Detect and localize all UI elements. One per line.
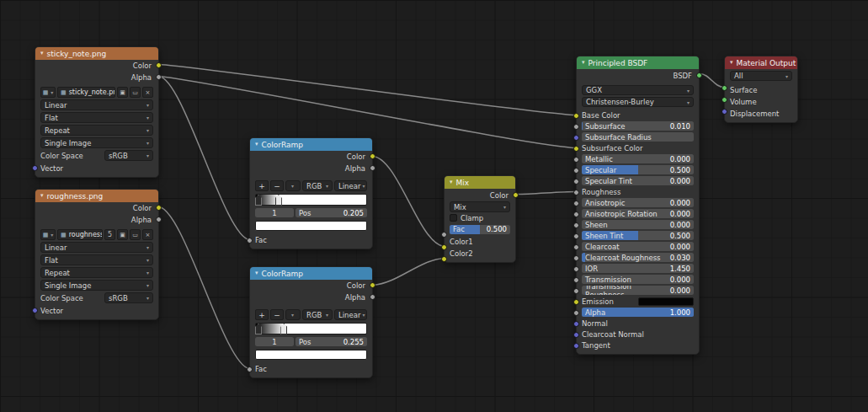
socket-metallic-input[interactable]: [573, 157, 579, 163]
clamp-checkbox[interactable]: [450, 214, 457, 222]
socket-transmission-roughness-input[interactable]: [573, 288, 579, 294]
node-header[interactable]: ▾ ColorRamp: [250, 138, 372, 151]
transmission-slider[interactable]: Transmission0.000: [582, 275, 694, 284]
specular-slider[interactable]: Specular0.500: [582, 165, 694, 174]
socket-alpha-input[interactable]: [573, 310, 579, 316]
socket-color-output[interactable]: [156, 205, 162, 211]
socket-subsurface-radius-input[interactable]: [573, 135, 579, 141]
socket-alpha-output[interactable]: [370, 294, 375, 300]
interpolation-dropdown[interactable]: Linear▾: [40, 242, 153, 253]
extension-dropdown[interactable]: Repeat▾: [40, 125, 153, 136]
material-output-node[interactable]: ▾ Material Output All▾ Surface Volume Di…: [724, 56, 798, 123]
socket-surface-input[interactable]: [722, 85, 727, 91]
socket-fac-input[interactable]: [247, 238, 253, 243]
alpha-slider[interactable]: Alpha1.000: [582, 308, 694, 317]
sheen-slider[interactable]: Sheen0.000: [582, 220, 694, 229]
image-browse-button[interactable]: ▦▾: [40, 229, 56, 240]
projection-dropdown[interactable]: Flat▾: [40, 112, 153, 123]
stop-position-field[interactable]: Pos0.205: [296, 208, 367, 217]
socket-sheen-tint-input[interactable]: [573, 233, 579, 239]
specular-tint-slider[interactable]: Specular Tint0.000: [582, 176, 694, 185]
color-space-dropdown[interactable]: sRGB▾: [104, 150, 153, 161]
ramp-stop-marker-0[interactable]: [255, 195, 262, 206]
color-mode-dropdown[interactable]: RGB▾: [302, 309, 333, 320]
socket-clearcoat-normal-input[interactable]: [573, 332, 579, 338]
socket-color-output[interactable]: [370, 282, 375, 288]
socket-fac-input[interactable]: [441, 232, 447, 238]
collapse-icon[interactable]: ▾: [450, 179, 453, 185]
image-users-count-button[interactable]: 5: [104, 229, 115, 240]
ramp-stop-marker-1[interactable]: [275, 195, 282, 206]
anisotropic-slider[interactable]: Anisotropic0.000: [582, 198, 694, 207]
fac-slider[interactable]: Fac0.500: [450, 225, 510, 234]
socket-sheen-input[interactable]: [573, 222, 579, 228]
socket-alpha-output[interactable]: [370, 165, 375, 171]
projection-dropdown[interactable]: Flat▾: [40, 254, 153, 265]
collapse-icon[interactable]: ▾: [582, 60, 585, 66]
color-space-dropdown[interactable]: sRGB▾: [104, 292, 153, 303]
anisotropic-rotation-slider[interactable]: Anisotropic Rotation0.000: [582, 209, 694, 218]
add-stop-button[interactable]: +: [255, 309, 269, 320]
socket-vector-input[interactable]: [32, 165, 38, 171]
collapse-icon[interactable]: ▾: [40, 51, 44, 56]
node-header[interactable]: ▾ ColorRamp: [250, 267, 372, 280]
colorramp-gradient[interactable]: [255, 323, 367, 334]
ramp-options-dropdown[interactable]: ▾: [285, 180, 301, 191]
unlink-image-button[interactable]: ×: [142, 87, 153, 98]
clearcoat-slider[interactable]: Clearcoat0.000: [582, 242, 694, 251]
socket-alpha-output[interactable]: [156, 217, 162, 222]
transmission-roughness-slider[interactable]: Transmission Roughness0.000: [582, 286, 694, 295]
subsurface-radius-button[interactable]: Subsurface Radius: [582, 132, 694, 142]
socket-bsdf-output[interactable]: [696, 72, 702, 78]
remove-stop-button[interactable]: −: [270, 309, 284, 320]
socket-roughness-input[interactable]: [573, 190, 579, 195]
colorramp-node-1[interactable]: ▾ ColorRamp Color Alpha + − ▾ RGB▾ Linea…: [249, 137, 373, 249]
source-dropdown[interactable]: Single Image▾: [40, 280, 153, 291]
subsurface-slider[interactable]: Subsurface0.010: [582, 121, 694, 131]
collapse-icon[interactable]: ▾: [255, 270, 258, 276]
socket-anisotropic-rotation-input[interactable]: [573, 211, 579, 217]
stop-color-swatch[interactable]: [255, 221, 367, 231]
mix-rgb-node[interactable]: ▾ Mix Color Mix▾ Clamp Fac0.500 Color1 C…: [444, 175, 516, 263]
subsurface-method-dropdown[interactable]: Christensen-Burley▾: [582, 97, 694, 107]
socket-base-color-input[interactable]: [573, 113, 579, 119]
socket-transmission-input[interactable]: [573, 277, 579, 283]
principled-bsdf-node[interactable]: ▾ Principled BSDF BSDF GGX▾ Christensen-…: [576, 56, 700, 355]
clearcoat-roughness-slider[interactable]: Clearcoat Roughness0.030: [582, 253, 694, 262]
stop-index-field[interactable]: 1: [255, 208, 294, 217]
interpolation-dropdown[interactable]: Linear▾: [334, 180, 367, 191]
metallic-slider[interactable]: Metallic0.000: [582, 154, 694, 163]
copy-image-button[interactable]: ▣: [117, 229, 128, 240]
socket-subsurface-color-input[interactable]: [573, 146, 579, 152]
emission-color-swatch[interactable]: [638, 297, 695, 306]
image-name-field[interactable]: ▦roughness.png: [57, 229, 103, 240]
collapse-icon[interactable]: ▾: [40, 193, 44, 199]
sheen-tint-slider[interactable]: Sheen Tint0.500: [582, 231, 694, 240]
socket-ior-input[interactable]: [573, 266, 579, 272]
blend-mode-dropdown[interactable]: Mix▾: [450, 201, 510, 212]
remove-stop-button[interactable]: −: [270, 180, 284, 191]
open-image-button[interactable]: ▭: [130, 229, 141, 240]
socket-anisotropic-input[interactable]: [573, 201, 579, 206]
socket-color-output[interactable]: [370, 153, 375, 159]
colorramp-gradient[interactable]: [255, 194, 367, 206]
interpolation-dropdown[interactable]: Linear▾: [334, 309, 367, 320]
socket-normal-input[interactable]: [573, 321, 579, 327]
node-header[interactable]: ▾ sticky_note.png: [35, 47, 158, 60]
color-mode-dropdown[interactable]: RGB▾: [302, 180, 333, 191]
source-dropdown[interactable]: Single Image▾: [40, 137, 153, 148]
ramp-stop-marker-1[interactable]: [280, 324, 287, 334]
socket-subsurface-input[interactable]: [573, 124, 579, 130]
socket-specular-input[interactable]: [573, 168, 579, 174]
ior-slider[interactable]: IOR1.450: [582, 264, 694, 273]
socket-color-output[interactable]: [156, 62, 162, 68]
socket-emission-input[interactable]: [573, 299, 579, 305]
socket-color2-input[interactable]: [441, 256, 447, 262]
socket-fac-input[interactable]: [247, 367, 253, 372]
open-image-button[interactable]: ▭: [130, 87, 141, 98]
node-header[interactable]: ▾ Mix: [445, 176, 515, 189]
ramp-options-dropdown[interactable]: ▾: [285, 309, 301, 320]
unlink-image-button[interactable]: ×: [142, 229, 153, 240]
add-stop-button[interactable]: +: [255, 180, 269, 191]
socket-displacement-input[interactable]: [722, 109, 727, 115]
